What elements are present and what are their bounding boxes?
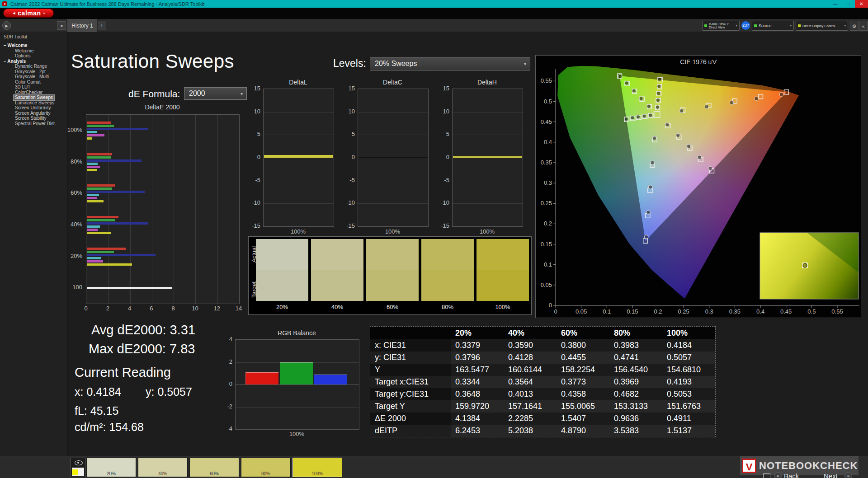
svg-text:0.05: 0.05 bbox=[576, 308, 587, 315]
bottom-tile-20[interactable]: 20% bbox=[86, 458, 136, 477]
sidebar-item-luminance-sweeps[interactable]: Luminance Sweeps bbox=[14, 100, 56, 106]
settings-button[interactable]: ⚙ bbox=[850, 21, 859, 31]
bottom-tile-100[interactable]: 100% bbox=[292, 458, 342, 477]
de-bar-blue bbox=[87, 222, 148, 225]
sidebar-item-saturation-sweeps[interactable]: Saturation Sweeps bbox=[14, 95, 54, 100]
sidebar-item-screen-uniformity[interactable]: Screen Uniformity bbox=[14, 105, 52, 111]
grid-line bbox=[453, 158, 523, 158]
grid-line bbox=[358, 181, 428, 181]
bottom-tile-40[interactable]: 40% bbox=[138, 458, 188, 477]
chevron-down-icon: ▾ bbox=[736, 24, 737, 28]
table-cell: 156.4540 bbox=[609, 364, 662, 376]
add-tab-button[interactable]: + bbox=[98, 21, 106, 30]
sidebar-item-grayscale-multi[interactable]: Grayscale - Multi bbox=[14, 74, 50, 80]
sidebar-item-screen-stability[interactable]: Screen Stability bbox=[14, 116, 47, 121]
table-cell: 0.4682 bbox=[609, 388, 662, 400]
sidebar-collapse-button[interactable]: ◄ bbox=[57, 21, 66, 30]
deltae-chart bbox=[86, 114, 240, 304]
table-cell: 0.3800 bbox=[557, 339, 609, 351]
grid-line bbox=[358, 203, 428, 204]
table-cell: 159.9720 bbox=[451, 400, 504, 412]
swatch-label: 60% bbox=[366, 304, 419, 310]
auto-advance-button[interactable]: ▶ bbox=[2, 21, 11, 30]
close-button[interactable]: ✕ bbox=[855, 0, 868, 8]
grid-line bbox=[264, 112, 334, 112]
deltah-y-label: 15 bbox=[430, 85, 449, 92]
de-bar-magenta bbox=[87, 197, 97, 199]
deltae-y-label: 80% bbox=[54, 158, 82, 165]
calman-logo-menu[interactable]: ◄ calman ▾ bbox=[3, 9, 54, 18]
meter-name: X-Rite i1Pro 2 bbox=[709, 23, 729, 26]
sidebar-item-grayscale-2pt[interactable]: Grayscale - 2pt bbox=[14, 69, 47, 75]
table-cell: 0.3590 bbox=[504, 339, 557, 351]
de-bar-yellow bbox=[87, 200, 104, 202]
de-bar-magenta bbox=[87, 229, 98, 231]
bottom-tile-80[interactable]: 80% bbox=[241, 458, 291, 477]
bottom-slide-bar: V NOTEBOOKCHECK « Back Next » 20%40%60%8… bbox=[0, 456, 868, 478]
meter-selector[interactable]: X-Rite i1Pro 2 Direct View ▾ bbox=[702, 21, 740, 31]
table-cell: 0.4184 bbox=[662, 339, 715, 351]
de-bar-green bbox=[87, 156, 111, 159]
reading-count-badge: 237 bbox=[741, 21, 750, 30]
minimize-button[interactable]: — bbox=[829, 0, 842, 8]
svg-text:0.5: 0.5 bbox=[807, 308, 816, 315]
table-cell: 0.4455 bbox=[557, 351, 609, 364]
sidebar-item-welcome[interactable]: Welcome bbox=[14, 48, 35, 54]
table-cell: 0.4128 bbox=[504, 351, 557, 364]
back-button[interactable]: Back bbox=[784, 472, 799, 478]
rgb-balance-chart bbox=[235, 339, 359, 430]
tab-history-1[interactable]: History 1 bbox=[67, 19, 98, 32]
sidebar-item-colorchecker[interactable]: ColorChecker bbox=[14, 90, 44, 95]
rgb-y-label: 0 bbox=[215, 380, 232, 387]
de-bar-red bbox=[87, 184, 115, 187]
current-y-value: y: 0.5057 bbox=[146, 385, 192, 398]
table-row-label: Target Y bbox=[370, 400, 451, 412]
de-bar-red bbox=[87, 122, 111, 124]
deltah-y-label: 5 bbox=[430, 131, 449, 137]
deltae-x-label: 6 bbox=[145, 305, 158, 312]
grid-line bbox=[264, 181, 334, 181]
de-bar-cyan bbox=[87, 163, 98, 165]
back-chevron-icon[interactable]: « bbox=[774, 472, 782, 478]
sidebar-item-spectral-power-dist[interactable]: Spectral Power Dist. bbox=[14, 121, 57, 127]
panel-collapse-button[interactable]: « bbox=[859, 21, 868, 31]
next-button[interactable]: Next bbox=[824, 472, 838, 478]
table-row-label: Target y:CIE31 bbox=[370, 388, 451, 400]
levels-dropdown[interactable]: 20% Sweeps ▾ bbox=[370, 57, 530, 70]
sidebar-item-color-gamut[interactable]: Color Gamut bbox=[14, 80, 42, 85]
de-bar-yellow bbox=[87, 232, 111, 234]
grid-line bbox=[264, 158, 334, 158]
sidebar-item-3d-lut[interactable]: 3D LUT bbox=[14, 84, 32, 90]
grid-line bbox=[264, 203, 334, 204]
rgb-y-label: 4 bbox=[215, 336, 232, 342]
sidebar: SDR Toolkit − WelcomeWelcomeOptions− Ana… bbox=[0, 32, 67, 456]
preview-color-square bbox=[72, 469, 78, 475]
rgb-x-caption: 100% bbox=[235, 431, 359, 437]
table-row-label: Y bbox=[370, 364, 451, 376]
page-title: Saturation Sweeps bbox=[71, 51, 234, 72]
deltac-y-label: 5 bbox=[336, 131, 355, 137]
de-bar-red bbox=[87, 248, 126, 250]
svg-text:0.15: 0.15 bbox=[541, 241, 552, 248]
deltal-chart-title: DeltaL bbox=[263, 79, 333, 86]
maximize-button[interactable]: □ bbox=[842, 0, 855, 8]
sidebar-item-screen-angularity[interactable]: Screen Angularity bbox=[14, 111, 52, 116]
sidebar-item-dynamic-range[interactable]: Dynamic Range bbox=[14, 64, 48, 69]
deltac-chart bbox=[358, 89, 429, 227]
deltac-y-label: -10 bbox=[336, 199, 355, 206]
svg-text:0.35: 0.35 bbox=[729, 308, 741, 315]
next-chevron-icon[interactable]: » bbox=[844, 472, 852, 478]
table-cell: 154.6810 bbox=[662, 364, 715, 376]
deltal-x-caption: 100% bbox=[263, 228, 333, 235]
tree-section-welcome[interactable]: − Welcome bbox=[4, 43, 67, 48]
deltah-chart-title: DeltaH bbox=[452, 79, 522, 86]
tree-section-analysis[interactable]: − Analysis bbox=[4, 59, 67, 64]
swatch-actual-80 bbox=[421, 239, 474, 270]
bottom-tile-60[interactable]: 60% bbox=[189, 458, 239, 477]
preview-tile[interactable] bbox=[71, 458, 85, 477]
de-formula-dropdown[interactable]: 2000 ▾ bbox=[184, 87, 247, 100]
table-cell: 155.0065 bbox=[557, 400, 609, 412]
source-selector[interactable]: Source ▾ bbox=[752, 21, 794, 31]
display-control-selector[interactable]: Direct Display Control ▾ bbox=[796, 21, 848, 31]
sidebar-item-options[interactable]: Options bbox=[14, 53, 32, 59]
